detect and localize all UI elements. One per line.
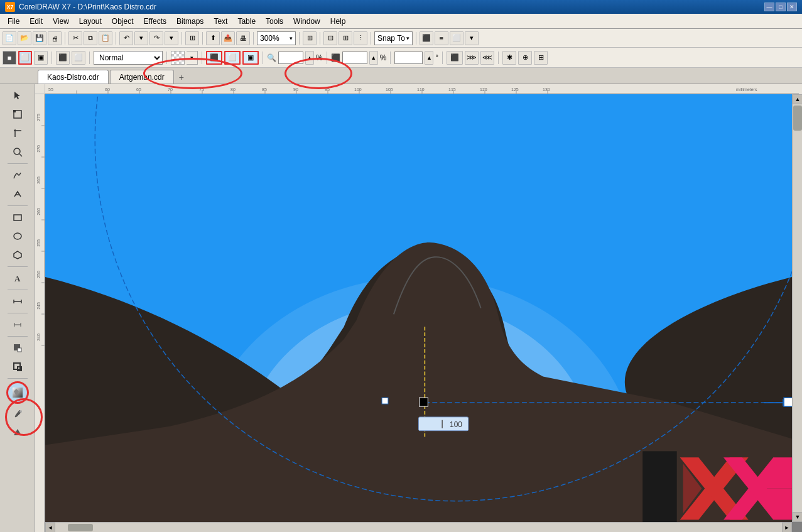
- more-btn2[interactable]: ⋙: [465, 51, 479, 65]
- blend-mode-container: Normal Multiply Screen Overlay: [94, 51, 163, 65]
- scroll-right-btn[interactable]: ►: [782, 523, 792, 532]
- zoom-to-fit[interactable]: ⊞: [303, 31, 317, 45]
- rulers-button[interactable]: ⊟: [323, 31, 337, 45]
- paste-button[interactable]: 📋: [99, 31, 112, 45]
- snap-to-dropdown[interactable]: ▾: [406, 35, 409, 41]
- more-btn1[interactable]: ⬛: [447, 51, 463, 65]
- menu-text[interactable]: Text: [209, 16, 232, 27]
- options1-button[interactable]: ⬛: [420, 31, 433, 45]
- menu-tools[interactable]: Tools: [261, 16, 288, 27]
- degree-label: °: [435, 53, 438, 62]
- opacity2-up[interactable]: ▲: [369, 51, 378, 65]
- scroll-thumb[interactable]: [793, 106, 802, 131]
- undo-button[interactable]: ↶: [119, 31, 133, 45]
- menu-view[interactable]: View: [48, 16, 74, 27]
- transparency-dropdown[interactable]: ▾: [187, 51, 198, 65]
- zoom-tool[interactable]: [8, 143, 27, 161]
- obj-type-btn3[interactable]: ▣: [34, 51, 48, 65]
- scroll-up-btn[interactable]: ▲: [793, 94, 802, 104]
- redo-button[interactable]: ↷: [149, 31, 163, 45]
- menu-object[interactable]: Object: [107, 16, 139, 27]
- obj-arrange-btn1[interactable]: ⬛: [56, 51, 70, 65]
- menu-table[interactable]: Table: [232, 16, 261, 27]
- scroll-h-thumb[interactable]: [68, 524, 93, 531]
- outline-tool[interactable]: [8, 358, 27, 376]
- obj-type-btn2[interactable]: ⬜: [18, 51, 32, 65]
- obj-type-btn1[interactable]: ■: [3, 51, 16, 65]
- more-btn6[interactable]: ⊞: [534, 51, 548, 65]
- mode-btn-normal[interactable]: ⬜: [224, 51, 241, 65]
- import-button[interactable]: ⊞: [185, 31, 199, 45]
- opacity1-input[interactable]: 100: [278, 52, 303, 64]
- minimize-button[interactable]: —: [764, 3, 774, 11]
- zoom-input[interactable]: 300%: [260, 34, 288, 43]
- new-button[interactable]: 📄: [3, 31, 16, 45]
- open-button[interactable]: 📂: [18, 31, 31, 45]
- angle-input[interactable]: -0,8: [394, 52, 423, 64]
- shape-edit-tool[interactable]: [8, 106, 27, 123]
- save-button[interactable]: 💾: [33, 31, 46, 45]
- polygon-tool[interactable]: [8, 246, 27, 264]
- drawing-canvas[interactable]: 100: [45, 94, 802, 532]
- transparency-preview[interactable]: [171, 51, 185, 65]
- svg-marker-7: [14, 251, 21, 259]
- left-sep7: [8, 378, 28, 379]
- menu-window[interactable]: Window: [288, 16, 325, 27]
- print-merge-button[interactable]: 🖶: [236, 31, 250, 45]
- fill-tool[interactable]: [8, 339, 27, 357]
- menu-edit[interactable]: Edit: [24, 16, 48, 27]
- cut-button[interactable]: ✂: [68, 31, 82, 45]
- smart-fill-tool[interactable]: [8, 424, 27, 442]
- crop-tool[interactable]: [8, 124, 27, 142]
- maximize-button[interactable]: □: [776, 3, 786, 11]
- options4-dropdown[interactable]: ▾: [465, 31, 479, 45]
- smart-draw-tool[interactable]: [8, 185, 27, 203]
- menu-help[interactable]: Help: [325, 16, 351, 27]
- options2-button[interactable]: ≡: [435, 31, 448, 45]
- snap-button[interactable]: ⋮: [354, 31, 367, 45]
- more-btn3[interactable]: ⋘: [480, 51, 494, 65]
- angle-up[interactable]: ▲: [425, 51, 433, 65]
- mode-btn-behind[interactable]: ▣: [242, 51, 259, 65]
- interactive-fill-tool[interactable]: [6, 381, 29, 404]
- select-tool[interactable]: [8, 87, 27, 104]
- zoom-dropdown-btn[interactable]: ▾: [290, 35, 293, 41]
- page-background: 100: [45, 94, 792, 522]
- menu-bitmaps[interactable]: Bitmaps: [171, 16, 209, 27]
- undo-dropdown[interactable]: ▾: [134, 31, 148, 45]
- more-btn5[interactable]: ⊕: [518, 51, 532, 65]
- more-btn4[interactable]: ✱: [502, 51, 516, 65]
- add-tab-button[interactable]: +: [175, 71, 188, 84]
- rect-tool[interactable]: [8, 209, 27, 226]
- print-button[interactable]: 🖨: [48, 31, 62, 45]
- copy-button[interactable]: ⧉: [84, 31, 97, 45]
- opacity2-input[interactable]: 100: [342, 52, 367, 64]
- scroll-left-btn[interactable]: ◄: [45, 523, 55, 532]
- dimension-tool[interactable]: [8, 293, 27, 310]
- obj-arrange-btn2[interactable]: ⬜: [72, 51, 85, 65]
- eyedropper-tool[interactable]: [8, 405, 27, 423]
- export-button[interactable]: 📤: [221, 31, 235, 45]
- scrollbar-vertical[interactable]: ▲ ▼: [792, 94, 802, 522]
- menu-file[interactable]: File: [3, 16, 24, 27]
- scroll-down-btn[interactable]: ▼: [793, 512, 802, 522]
- redo-dropdown[interactable]: ▾: [165, 31, 178, 45]
- menu-effects[interactable]: Effects: [139, 16, 171, 27]
- grid-button[interactable]: ⊞: [339, 31, 352, 45]
- tab-kaos-distro[interactable]: Kaos-Distro.cdr: [38, 70, 109, 84]
- ellipse-tool[interactable]: [8, 227, 27, 245]
- options3-button[interactable]: ⬜: [450, 31, 463, 45]
- text-tool[interactable]: A: [8, 269, 27, 287]
- blend-mode-select[interactable]: Normal Multiply Screen Overlay: [94, 51, 163, 65]
- svg-text:95: 95: [325, 87, 330, 92]
- freehand-tool[interactable]: [8, 166, 27, 184]
- blend-tool[interactable]: [8, 316, 27, 334]
- close-button[interactable]: ✕: [787, 3, 797, 11]
- publish-button[interactable]: ⬆: [206, 31, 220, 45]
- mode-btn-merge[interactable]: ⬛: [206, 51, 222, 65]
- tab-artgeman[interactable]: Artgeman.cdr: [110, 70, 174, 84]
- scrollbar-horizontal[interactable]: ◄ ►: [45, 522, 792, 532]
- menu-layout[interactable]: Layout: [74, 16, 107, 27]
- ruler-horizontal: 55 60 65 70 75 80 85 90 95: [45, 84, 802, 94]
- opacity1-up[interactable]: ▲: [305, 51, 314, 65]
